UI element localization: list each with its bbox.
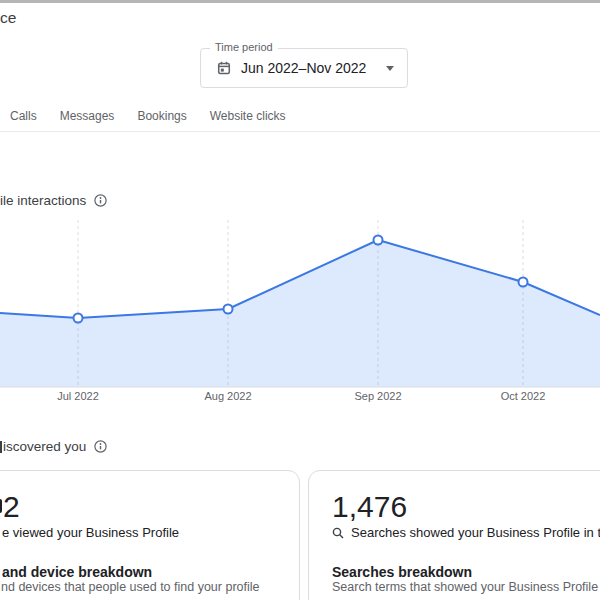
search-icon <box>332 527 344 539</box>
discovered-heading-fragment: iscovered you <box>3 439 86 454</box>
device-breakdown-title-fragment: and device breakdown <box>2 564 152 580</box>
searches-subtitle: Searches showed your Business Profile in… <box>351 525 600 540</box>
discovered-heading-row: iscovered you <box>0 439 107 454</box>
tab-website-clicks[interactable]: Website clicks <box>210 109 286 123</box>
searches-breakdown-title: Searches breakdown <box>332 564 472 580</box>
searches-breakdown-desc: Search terms that showed your Business P… <box>332 580 600 594</box>
tab-messages[interactable]: Messages <box>60 109 115 123</box>
profile-views-metric-fragment: 2 <box>3 490 20 523</box>
searches-card: 1,476 Searches showed your Business Prof… <box>308 470 600 600</box>
cropped-top-strip <box>0 0 600 3</box>
x-axis-tick-label: Sep 2022 <box>354 390 401 402</box>
cropped-letter-stroke <box>0 441 2 453</box>
calendar-icon <box>217 61 231 75</box>
device-breakdown-desc-fragment: nd devices that people used to find your… <box>1 580 260 594</box>
tab-calls[interactable]: Calls <box>10 109 37 123</box>
searches-metric: 1,476 <box>332 490 407 523</box>
x-axis-tick-label: Aug 2022 <box>204 390 251 402</box>
profile-views-card: 2 e viewed your Business Profile and dev… <box>0 470 300 600</box>
tab-bar-divider <box>0 131 600 132</box>
time-period-select[interactable]: Time period Jun 2022–Nov 2022 <box>200 48 408 88</box>
interactions-chart[interactable] <box>0 220 600 400</box>
interactions-heading-row: ile interactions <box>0 193 107 208</box>
page-title-fragment: ce <box>0 9 16 27</box>
x-axis-tick-label: Oct 2022 <box>501 390 546 402</box>
x-axis-tick-label: Jul 2022 <box>57 390 99 402</box>
info-icon[interactable] <box>94 440 107 453</box>
profile-views-subtitle-fragment: e viewed your Business Profile <box>2 525 179 540</box>
tab-bookings[interactable]: Bookings <box>137 109 186 123</box>
interactions-heading-fragment: ile interactions <box>0 193 86 208</box>
caret-down-icon <box>386 66 394 71</box>
cropped-digit-fragment <box>0 499 2 513</box>
time-period-row[interactable]: Jun 2022–Nov 2022 <box>201 49 407 87</box>
interactions-chart-svg <box>0 220 600 400</box>
time-period-value: Jun 2022–Nov 2022 <box>241 60 366 76</box>
info-icon[interactable] <box>94 194 107 207</box>
tab-bar: Calls Messages Bookings Website clicks <box>10 103 286 129</box>
x-axis-labels: Jul 2022Aug 2022Sep 2022Oct 2022 <box>0 390 600 404</box>
